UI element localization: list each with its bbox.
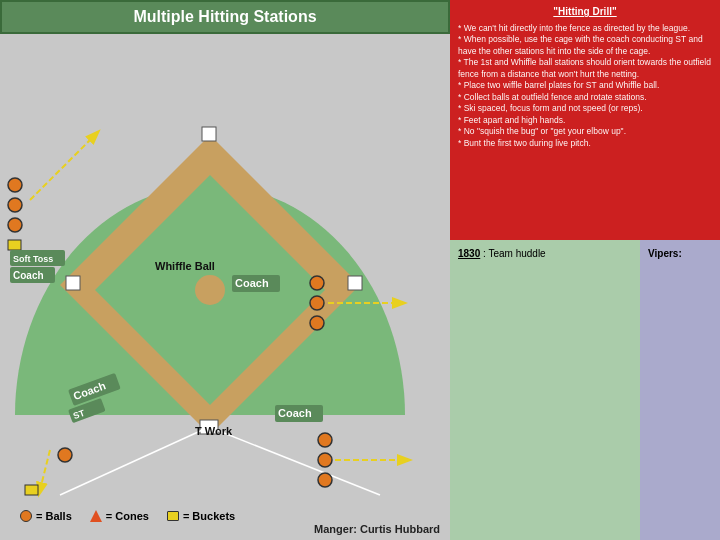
cone-icon: [90, 510, 102, 522]
left-panel: Multiple Hitting Stations: [0, 0, 450, 540]
right-panel: "Hitting Drill" * We can't hit directly …: [450, 0, 720, 540]
field-svg: Soft Toss Coach Whiffle Ball Coach Coach: [0, 35, 450, 505]
svg-point-37: [318, 453, 332, 467]
balls-label: = Balls: [36, 510, 72, 522]
side-right-panels: 1830 : Team huddle Vipers:: [450, 240, 720, 540]
svg-rect-8: [66, 276, 80, 290]
svg-text:Whiffle Ball: Whiffle Ball: [155, 260, 215, 272]
svg-point-12: [8, 178, 22, 192]
info-title: "Hitting Drill": [458, 5, 712, 19]
svg-rect-6: [348, 276, 362, 290]
ball-icon: [20, 510, 32, 522]
svg-point-13: [8, 198, 22, 212]
info-panel: "Hitting Drill" * We can't hit directly …: [450, 0, 720, 240]
svg-line-11: [30, 135, 95, 200]
svg-text:Coach: Coach: [235, 277, 269, 289]
legend: = Balls = Cones = Buckets: [20, 510, 235, 522]
manager-label: Manger:: [314, 523, 357, 535]
svg-text:Coach: Coach: [278, 407, 312, 419]
svg-point-24: [310, 296, 324, 310]
svg-point-38: [318, 473, 332, 487]
svg-point-25: [310, 316, 324, 330]
info-text: * We can't hit directly into the fence a…: [458, 23, 712, 149]
team-huddle-time: 1830: [458, 248, 480, 259]
svg-rect-15: [8, 240, 21, 250]
vipers-panel: Vipers:: [640, 240, 720, 540]
manager-info: Manger: Curtis Hubbard: [314, 523, 440, 535]
svg-text:Soft Toss: Soft Toss: [13, 254, 53, 264]
page-title: Multiple Hitting Stations: [0, 0, 450, 34]
bucket-icon: [167, 511, 179, 521]
team-huddle-activity: Team huddle: [488, 248, 545, 259]
manager-name: Curtis Hubbard: [360, 523, 440, 535]
cones-label: = Cones: [106, 510, 149, 522]
svg-point-14: [8, 218, 22, 232]
team-huddle-panel: 1830 : Team huddle: [450, 240, 640, 540]
svg-rect-7: [202, 127, 216, 141]
svg-point-4: [195, 275, 225, 305]
svg-point-32: [58, 448, 72, 462]
main-container: Multiple Hitting Stations: [0, 0, 720, 540]
legend-balls: = Balls: [20, 510, 72, 522]
svg-text:T Work: T Work: [195, 425, 233, 437]
vipers-label: Vipers:: [648, 248, 712, 259]
svg-text:Coach: Coach: [13, 270, 44, 281]
svg-rect-40: [25, 485, 38, 495]
svg-point-23: [310, 276, 324, 290]
svg-point-36: [318, 433, 332, 447]
legend-cones: = Cones: [90, 510, 149, 522]
buckets-label: = Buckets: [183, 510, 235, 522]
legend-buckets: = Buckets: [167, 510, 235, 522]
